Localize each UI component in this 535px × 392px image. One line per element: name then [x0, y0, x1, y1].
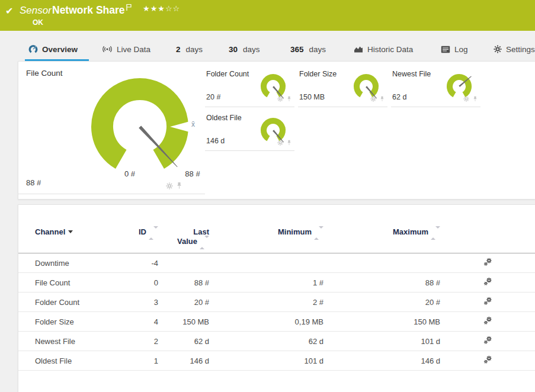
gear-icon	[494, 45, 502, 53]
sensor-type-label: Sensor	[20, 5, 52, 17]
tab-historic-data[interactable]: Historic Data	[354, 41, 413, 57]
gear-icon[interactable]	[370, 94, 376, 104]
overview-gauges-panel: File Count x̄ 0 # 88 # 88 # Folder Count…	[18, 61, 535, 200]
pin-icon[interactable]	[176, 181, 182, 192]
channel-maximum: 20 #	[323, 298, 440, 307]
gauge-current-value: 20 #	[206, 93, 220, 101]
tab-label: days	[309, 45, 326, 54]
gauge-current-value: 146 d	[206, 137, 225, 145]
table-row: Newest File 2 62 d 62 d 101 d	[18, 332, 535, 351]
column-header-id[interactable]: ID	[130, 227, 158, 237]
channel-id: 1	[130, 356, 158, 365]
channel-minimum: 1 #	[209, 278, 323, 287]
channel-minimum: 62 d	[209, 337, 323, 346]
flag-icon[interactable]	[126, 3, 132, 14]
channel-settings-icon[interactable]	[483, 316, 492, 327]
channel-settings-icon[interactable]	[483, 258, 492, 268]
tab-number: 30	[229, 45, 238, 54]
tab-label: days	[186, 45, 203, 54]
tab-bar: Overview Live Data 2 days 30 days 365 da…	[0, 37, 535, 57]
pin-icon[interactable]	[379, 94, 385, 104]
channels-table-panel: Channel ID Last Value Minimum Maximum Do…	[18, 204, 535, 392]
gauge-current-value: 88 #	[26, 178, 41, 187]
average-marker-label: x̄	[191, 120, 195, 128]
gauge-icon	[28, 44, 38, 54]
sensor-name: Network Share	[52, 4, 125, 17]
gauge-current-value: 62 d	[392, 93, 406, 101]
sort-icons	[431, 229, 440, 237]
channel-last-value: 150 MB	[158, 317, 209, 326]
channel-id: 3	[130, 298, 158, 307]
table-row: Oldest File 1 146 d 101 d 146 d	[18, 351, 535, 371]
pin-icon[interactable]	[286, 137, 292, 148]
channel-id: -4	[130, 259, 158, 268]
tab-label: Log	[454, 45, 468, 54]
tile-controls	[463, 94, 478, 104]
tab-overview[interactable]: Overview	[28, 41, 78, 57]
channel-settings-icon[interactable]	[483, 277, 492, 288]
tab-live-data[interactable]: Live Data	[102, 41, 150, 57]
channel-name: Folder Size	[35, 317, 130, 326]
tab-365-days[interactable]: 365 days	[290, 41, 326, 57]
gauge-tile-folder-count: Folder Count 20 #	[205, 67, 294, 107]
pin-icon[interactable]	[286, 94, 292, 104]
channel-settings-icon[interactable]	[483, 355, 492, 366]
channel-maximum: 146 d	[323, 356, 440, 365]
sort-icons	[314, 229, 323, 237]
channel-last-value: 88 #	[158, 278, 209, 287]
sensor-status-text: OK	[33, 18, 43, 27]
channel-settings-icon[interactable]	[483, 336, 492, 346]
priority-stars[interactable]: ★★★☆☆	[143, 4, 180, 13]
tab-2-days[interactable]: 2 days	[176, 41, 203, 57]
tab-log[interactable]: Log	[441, 41, 468, 57]
gauge-tile-newest-file: Newest File 62 d	[391, 67, 480, 107]
channel-settings-icon[interactable]	[483, 297, 492, 307]
channel-id: 4	[130, 317, 158, 326]
gauge-title: Newest File	[392, 70, 431, 78]
column-header-last-value[interactable]: Last Value	[158, 227, 209, 248]
gauge-title: Oldest File	[206, 114, 242, 122]
pin-icon[interactable]	[472, 94, 478, 104]
table-row: Downtime -4	[18, 253, 535, 273]
gauge-scale-min: 0 #	[112, 169, 148, 178]
table-header-row: Channel ID Last Value Minimum Maximum	[18, 223, 535, 253]
column-header-minimum[interactable]: Minimum	[209, 227, 323, 237]
gauge-tile-oldest-file: Oldest File 146 d	[205, 111, 294, 151]
column-header-maximum[interactable]: Maximum	[323, 227, 440, 237]
tab-number: 365	[290, 45, 304, 54]
channel-name: File Count	[35, 278, 130, 287]
gauge-tile-folder-size: Folder Size 150 MB	[298, 67, 387, 107]
tab-label: Live Data	[117, 45, 150, 54]
tab-30-days[interactable]: 30 days	[229, 41, 260, 57]
tab-label: Overview	[42, 45, 78, 54]
channel-name: Newest File	[35, 337, 130, 346]
tile-controls	[370, 94, 385, 104]
column-header-channel[interactable]: Channel	[35, 227, 130, 236]
gear-icon[interactable]	[166, 181, 173, 192]
channel-maximum: 150 MB	[323, 317, 440, 326]
log-icon	[441, 46, 450, 53]
channel-last-value: 20 #	[158, 298, 209, 307]
channel-maximum: 101 d	[323, 337, 440, 346]
sort-desc-icon	[68, 230, 73, 233]
gear-icon[interactable]	[463, 94, 469, 104]
gauge-title: Folder Size	[299, 70, 337, 78]
gauge-title: File Count	[26, 69, 63, 78]
gear-icon[interactable]	[277, 137, 283, 148]
table-row: Folder Size 4 150 MB 0,19 MB 150 MB	[18, 312, 535, 332]
channel-id: 2	[130, 337, 158, 346]
channel-name: Downtime	[35, 259, 130, 268]
table-row: File Count 0 88 # 1 # 88 #	[18, 273, 535, 293]
tile-controls	[277, 94, 292, 104]
channel-last-value: 146 d	[158, 356, 209, 365]
historic-chart-icon	[354, 45, 363, 53]
average-marker-notch	[170, 121, 190, 132]
sort-icons	[149, 229, 158, 237]
channel-minimum: 0,19 MB	[209, 317, 323, 326]
tile-controls	[166, 181, 182, 192]
channel-last-value: 62 d	[158, 337, 209, 346]
sort-icons	[200, 238, 209, 248]
gear-icon[interactable]	[277, 94, 283, 104]
tab-settings[interactable]: Settings	[494, 41, 535, 57]
channel-id: 0	[130, 278, 158, 287]
